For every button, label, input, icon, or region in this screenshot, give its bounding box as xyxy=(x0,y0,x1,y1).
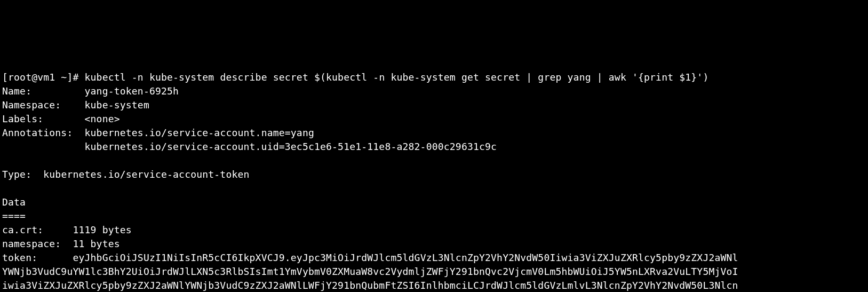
kubectl-command: kubectl -n kube-system describe secret $… xyxy=(85,72,709,83)
field-annotations-2: kubernetes.io/service-account.uid=3ec5c1… xyxy=(2,141,497,152)
field-name: Name: yang-token-6925h xyxy=(2,85,179,97)
field-namespace-bytes: namespace: 11 bytes xyxy=(2,238,120,249)
field-ca-crt: ca.crt: 1119 bytes xyxy=(2,224,132,235)
field-labels: Labels: <none> xyxy=(2,113,120,124)
field-token-1: token: eyJhbGciOiJSUzI1NiIsInR5cCI6IkpXV… xyxy=(2,252,738,263)
field-type: Type: kubernetes.io/service-account-toke… xyxy=(2,169,250,180)
blank-2 xyxy=(2,183,8,194)
data-separator: ==== xyxy=(2,210,26,222)
field-namespace: Namespace: kube-system xyxy=(2,99,149,111)
blank-1 xyxy=(2,155,8,166)
shell-prompt: [root@vm1 ~]# xyxy=(2,72,85,83)
field-annotations-1: Annotations: kubernetes.io/service-accou… xyxy=(2,127,314,138)
field-token-3: iwia3ViZXJuZXRlcy5pby9zZXJ2aWNlYWNjb3Vud… xyxy=(2,280,738,291)
command-line: [root@vm1 ~]# kubectl -n kube-system des… xyxy=(2,72,708,83)
data-header: Data xyxy=(2,196,26,208)
field-token-2: YWNjb3VudC9uYW1lc3BhY2UiOiJrdWJlLXN5c3Rl… xyxy=(2,266,738,277)
terminal-output[interactable]: [root@vm1 ~]# kubectl -n kube-system des… xyxy=(0,69,868,292)
